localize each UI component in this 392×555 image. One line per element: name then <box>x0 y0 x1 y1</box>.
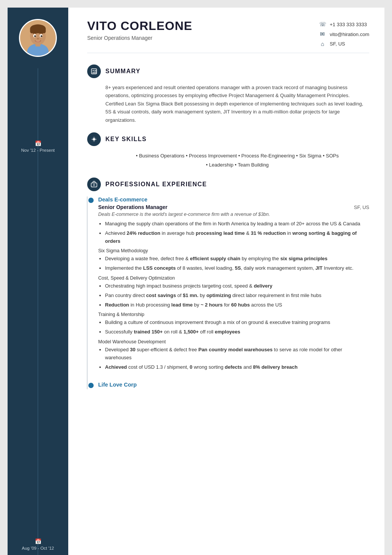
date-entry-1: 📅 Nov '12 - Present <box>8 140 68 153</box>
summary-icon <box>87 64 101 78</box>
sub-section-label-1: Six Sigma Methodology <box>98 248 369 253</box>
email-item: ✉ vito@hiration.com <box>319 31 369 38</box>
bullet-item: Achieved 24% reduction in average hub pr… <box>105 230 369 245</box>
bullet-list-0-1: Developing a waste free, defect free & e… <box>98 255 369 272</box>
calendar-icon-2: 📅 <box>35 538 41 544</box>
bullet-item: Implemented the LSS concepts of 8 wastes… <box>105 264 369 272</box>
bullet-item: Pan country direct cost savings of $1 mn… <box>105 292 369 300</box>
experience-section: PROFESSIONAL EXPERIENCE Deals E-commerce… <box>87 178 369 389</box>
svg-point-12 <box>93 70 94 71</box>
summary-title: SUMMARY <box>105 68 141 75</box>
bullet-item: Reduction in Hub processing lead time by… <box>105 301 369 309</box>
candidate-name: VITO CORLEONE <box>87 19 192 33</box>
job-title-0: Senior Operations Manager <box>98 204 168 210</box>
svg-point-8 <box>34 35 36 37</box>
sub-section-label-2: Cost, Speed & Delivery Optimization <box>98 275 369 281</box>
phone-text: +1 333 333 3333 <box>330 22 367 27</box>
exp-dot-row-0: Deals E-commerce Senior Operations Manag… <box>91 197 369 374</box>
bullet-item: Achieved cost of USD 1.3 / shipment, 0 w… <box>105 363 369 371</box>
location-item: ⌂ SF, US <box>319 41 369 47</box>
bullet-item: Developed 30 super-efficient & defect fr… <box>105 346 369 362</box>
sidebar: 📅 Nov '12 - Present 📅 Aug '09 - Oct '12 <box>8 8 68 555</box>
bullet-item: Orchestrating high impact business proje… <box>105 282 369 290</box>
bullet-list-0-4: Developed 30 super-efficient & defect fr… <box>98 346 369 371</box>
experience-header: PROFESSIONAL EXPERIENCE <box>87 178 369 191</box>
email-icon: ✉ <box>319 31 326 38</box>
main-content: VITO CORLEONE Senior Operations Manager … <box>68 8 384 555</box>
exp-dot-0 <box>88 198 94 203</box>
phone-item: ☏ +1 333 333 3333 <box>319 21 369 28</box>
bullet-item: Developing a waste free, defect free & e… <box>105 255 369 263</box>
skills-header: KEY SKILLS <box>87 132 369 146</box>
exp-content-0: Deals E-commerce Senior Operations Manag… <box>94 197 369 374</box>
summary-text: 8+ years experienced and result oriented… <box>87 83 369 124</box>
skills-section: KEY SKILLS • Business Operations • Proce… <box>87 132 369 169</box>
calendar-icon-1: 📅 <box>35 140 41 146</box>
experience-entries: Deals E-commerce Senior Operations Manag… <box>87 197 369 389</box>
svg-point-17 <box>93 138 95 140</box>
avatar <box>19 19 57 57</box>
job-title-row-0: Senior Operations Manager SF, US <box>98 204 369 210</box>
exp-dot-row-1: Life Love Corp <box>91 382 369 389</box>
company-name-1: Life Love Corp <box>98 382 369 388</box>
exp-dot-1 <box>88 383 94 388</box>
summary-header: SUMMARY <box>87 64 369 78</box>
header-left: VITO CORLEONE Senior Operations Manager <box>87 19 192 41</box>
exp-vertical-line <box>87 197 88 389</box>
summary-section: SUMMARY 8+ years experienced and result … <box>87 64 369 124</box>
candidate-title: Senior Operations Manager <box>87 35 192 41</box>
date-range-1: Nov '12 - Present <box>21 148 55 153</box>
bullet-item: Managing the supply chain operations of … <box>105 220 369 228</box>
skills-icon <box>87 132 101 146</box>
bullet-item: Building a culture of continuous improve… <box>105 319 369 327</box>
header-right: ☏ +1 333 333 3333 ✉ vito@hiration.com ⌂ … <box>319 21 369 47</box>
company-name-0: Deals E-commerce <box>98 197 369 203</box>
bullet-list-0-0: Managing the supply chain operations of … <box>98 220 369 245</box>
bullet-item: Successfully trained 150+ on roll & 1,50… <box>105 328 369 336</box>
date-entry-2: 📅 Aug '09 - Oct '12 <box>8 538 68 550</box>
skills-line-1: • Business Operations • Process Improvem… <box>105 151 369 160</box>
svg-rect-5 <box>30 28 45 33</box>
experience-icon <box>87 178 101 191</box>
email-text: vito@hiration.com <box>330 31 369 37</box>
svg-rect-18 <box>91 183 97 187</box>
resume-header: VITO CORLEONE Senior Operations Manager … <box>87 19 369 53</box>
skills-line-2: • Leadership • Team Building <box>105 160 369 169</box>
job-description-0: Deals E-commerce is the world's largest … <box>98 212 369 217</box>
job-location-0: SF, US <box>354 204 369 210</box>
bullet-list-0-3: Building a culture of continuous improve… <box>98 319 369 336</box>
sub-section-label-4: Model Warehouse Development <box>98 339 369 344</box>
exp-entry-1: Life Love Corp <box>91 382 369 389</box>
exp-entry-0: Deals E-commerce Senior Operations Manag… <box>91 197 369 374</box>
date-range-2: Aug '09 - Oct '12 <box>22 546 54 550</box>
svg-point-9 <box>41 35 42 37</box>
svg-point-10 <box>37 38 39 39</box>
phone-icon: ☏ <box>319 21 326 28</box>
location-text: SF, US <box>330 41 345 47</box>
experience-title: PROFESSIONAL EXPERIENCE <box>105 181 207 188</box>
sub-section-label-3: Training & Mentorship <box>98 312 369 317</box>
skills-title: KEY SKILLS <box>105 136 147 143</box>
bullet-list-0-2: Orchestrating high impact business proje… <box>98 282 369 309</box>
exp-content-1: Life Love Corp <box>94 382 369 389</box>
location-icon: ⌂ <box>319 41 326 47</box>
skills-text: • Business Operations • Process Improvem… <box>87 151 369 169</box>
